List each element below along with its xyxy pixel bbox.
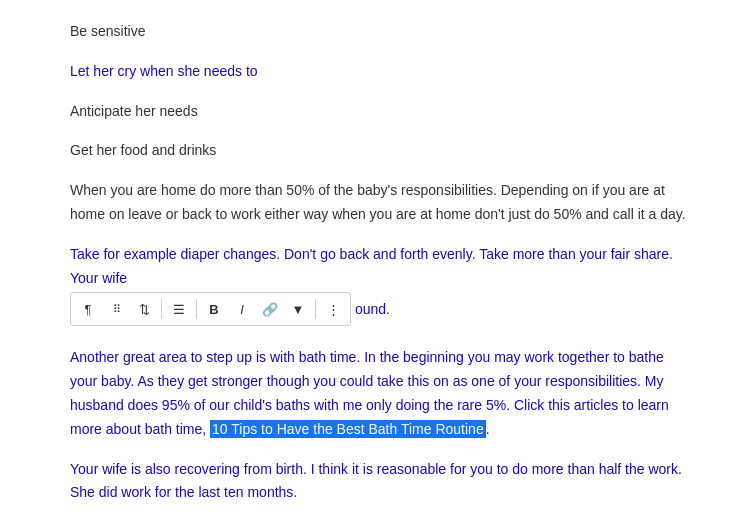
paragraph-diaper: Take for example diaper changes. Don't g… <box>70 243 686 331</box>
paragraph-be-sensitive: Be sensitive <box>70 20 686 44</box>
paragraph-food: Get her food and drinks <box>70 139 686 163</box>
text-let-her-cry: Let her cry when she needs to <box>70 63 258 79</box>
paragraph-anticipate: Anticipate her needs <box>70 100 686 124</box>
para-diaper-before: Take for example diaper changes. Don't g… <box>70 243 686 291</box>
formatting-toolbar: ¶ ⠿ ⇅ ☰ B I 🔗 ▼ ⋮ <box>70 292 351 326</box>
text-food: Get her food and drinks <box>70 142 216 158</box>
more-btn[interactable]: ⋮ <box>320 296 346 322</box>
italic-btn[interactable]: I <box>229 296 255 322</box>
divider-3 <box>315 299 316 319</box>
toolbar-container: ¶ ⠿ ⇅ ☰ B I 🔗 ▼ ⋮ ound. <box>70 292 686 330</box>
text-bath-after: . <box>486 421 490 437</box>
link-btn[interactable]: 🔗 <box>257 296 283 322</box>
text-be-sensitive: Be sensitive <box>70 23 145 39</box>
divider-1 <box>161 299 162 319</box>
editor-container: Be sensitive Let her cry when she needs … <box>0 0 756 514</box>
text-anticipate: Anticipate her needs <box>70 103 198 119</box>
grid-btn[interactable]: ⠿ <box>103 296 129 322</box>
para-diaper-after: ound. <box>355 301 390 317</box>
align-btn[interactable]: ☰ <box>166 296 192 322</box>
paragraph-home: When you are home do more than 50% of th… <box>70 179 686 227</box>
arrows-btn[interactable]: ⇅ <box>131 296 157 322</box>
text-bath-highlight: 10 Tips to Have the Best Bath Time Routi… <box>210 420 486 438</box>
divider-2 <box>196 299 197 319</box>
paragraph-btn[interactable]: ¶ <box>75 296 101 322</box>
dropdown-btn[interactable]: ▼ <box>285 296 311 322</box>
bold-btn[interactable]: B <box>201 296 227 322</box>
text-home: When you are home do more than 50% of th… <box>70 182 686 222</box>
paragraph-recovering: Your wife is also recovering from birth.… <box>70 458 686 506</box>
text-recovering: Your wife is also recovering from birth.… <box>70 461 682 501</box>
paragraph-let-her-cry: Let her cry when she needs to <box>70 60 686 84</box>
paragraph-bath-time: Another great area to step up is with ba… <box>70 346 686 441</box>
